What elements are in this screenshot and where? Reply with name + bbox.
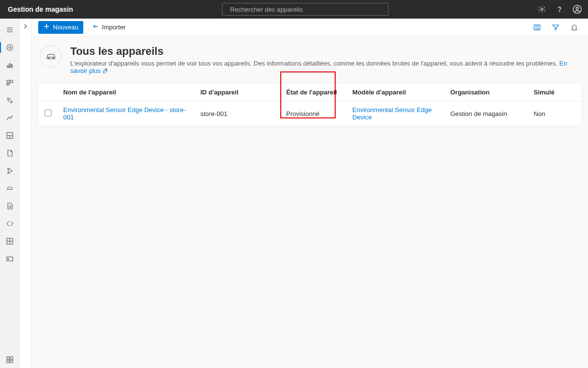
svg-rect-35 [10, 360, 13, 363]
nav-templates[interactable] [0, 145, 20, 161]
svg-rect-13 [11, 65, 12, 68]
user-icon[interactable] [572, 4, 582, 14]
top-bar: Gestion de magasin [0, 0, 588, 19]
device-table-card: Nom de l'appareil ID d'appareil État de … [37, 83, 582, 126]
svg-rect-39 [534, 25, 540, 30]
col-name[interactable]: Nom de l'appareil [56, 84, 194, 101]
command-bar: Nouveau Importer [31, 19, 588, 36]
svg-rect-15 [10, 80, 13, 83]
import-icon [92, 23, 99, 31]
columns-icon[interactable] [530, 21, 544, 34]
svg-point-3 [559, 11, 560, 12]
col-state[interactable]: État de l'appareil [279, 84, 345, 101]
expand-nav-button[interactable] [20, 19, 31, 368]
nav-devices[interactable] [0, 39, 20, 56]
table-header-row: Nom de l'appareil ID d'appareil État de … [38, 84, 582, 101]
page-header: Tous les appareils L'explorateur d'appar… [31, 36, 588, 81]
app-title: Gestion de magasin [8, 5, 73, 13]
nav-charts[interactable] [0, 110, 20, 126]
page-subtitle-text: L'explorateur d'appareils vous permet de… [70, 60, 559, 67]
col-org[interactable]: Organisation [443, 84, 527, 101]
nav-api[interactable] [0, 215, 20, 232]
nav-dashboards[interactable] [0, 127, 20, 144]
col-sim[interactable]: Simulé [527, 84, 582, 101]
svg-point-23 [7, 172, 9, 174]
nav-rules[interactable] [0, 92, 20, 109]
svg-point-31 [8, 258, 9, 259]
table-row[interactable]: Environmental Sensor Edge Device - store… [38, 101, 582, 126]
page-subtitle: L'explorateur d'appareils vous permet de… [70, 60, 574, 75]
svg-marker-42 [553, 25, 559, 30]
search-input[interactable] [230, 6, 384, 13]
svg-rect-14 [7, 80, 9, 83]
nav-export[interactable] [0, 180, 20, 197]
svg-point-10 [9, 46, 11, 48]
svg-rect-11 [7, 66, 8, 68]
device-org: Gestion de magasin [443, 101, 527, 126]
filter-icon[interactable] [549, 21, 563, 34]
svg-point-22 [7, 168, 9, 170]
plus-icon [43, 23, 50, 31]
device-icon [40, 45, 61, 68]
svg-point-2 [541, 8, 543, 11]
search-box[interactable] [222, 3, 389, 16]
device-sim: Non [527, 101, 582, 126]
device-state: Provisionné [279, 101, 345, 126]
nav-rail [0, 19, 20, 368]
new-button-label: Nouveau [53, 23, 78, 31]
svg-point-45 [53, 58, 53, 58]
svg-rect-12 [9, 64, 10, 68]
svg-point-9 [7, 45, 13, 50]
nav-jobs[interactable] [0, 162, 20, 179]
help-icon[interactable] [555, 4, 564, 14]
nav-groups[interactable] [0, 74, 20, 91]
nav-menu-icon[interactable] [0, 22, 20, 38]
svg-rect-33 [10, 357, 13, 359]
svg-point-44 [48, 58, 49, 58]
col-id[interactable]: ID d'appareil [194, 84, 279, 101]
external-link-icon [102, 68, 108, 75]
device-id: store-001 [194, 101, 279, 126]
import-button-label: Importer [102, 23, 125, 31]
nav-data[interactable] [0, 251, 20, 267]
device-name-link[interactable]: Environmental Sensor Edge Device - store… [63, 106, 186, 121]
svg-point-18 [10, 101, 12, 103]
import-button[interactable]: Importer [88, 21, 129, 34]
notifications-icon[interactable] [567, 21, 581, 34]
svg-point-5 [576, 7, 579, 9]
device-table: Nom de l'appareil ID d'appareil État de … [38, 84, 582, 126]
col-model[interactable]: Modèle d'appareil [345, 84, 443, 101]
page-title: Tous les appareils [70, 45, 574, 58]
svg-point-17 [7, 98, 9, 100]
svg-rect-32 [7, 357, 9, 359]
row-checkbox[interactable] [45, 110, 51, 116]
svg-point-24 [10, 170, 12, 172]
new-button[interactable]: Nouveau [38, 21, 83, 34]
device-model-link[interactable]: Environmental Sensor Edge Device [352, 106, 432, 121]
nav-files[interactable] [0, 198, 20, 214]
nav-admin[interactable] [0, 233, 20, 250]
svg-rect-34 [7, 360, 9, 363]
nav-analytics[interactable] [0, 57, 20, 73]
nav-apps[interactable] [0, 351, 20, 368]
svg-rect-16 [7, 84, 9, 85]
settings-icon[interactable] [537, 4, 547, 14]
